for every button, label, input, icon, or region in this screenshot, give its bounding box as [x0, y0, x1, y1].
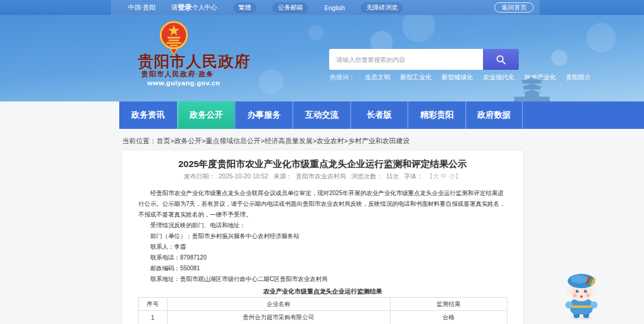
breadcrumb: 当前位置：首页>政务公开>重点领域信息公开>经济高质量发展>农业农村>乡村产业和… [122, 137, 410, 146]
topbar-link-login[interactable]: 请登录个人中心 [172, 2, 218, 13]
table-row: 1 贵州合力超市采购有限公司 合格 [138, 311, 507, 324]
paragraph-contact: 联系人：李霞 [138, 242, 507, 252]
site-subtitle: 贵阳市人民政府·政务 [141, 70, 214, 79]
font-size-switcher[interactable]: 【大 中 小】 [426, 172, 461, 180]
topbar-link-mail[interactable]: 公务邮箱 [273, 2, 308, 13]
nav-item-zhengwu-zixun[interactable]: 政务资讯 [119, 101, 177, 129]
hot-word[interactable]: 新型工业化 [400, 73, 432, 82]
magnifier-icon [496, 54, 506, 65]
nav-item-hudong-jiaoliu[interactable]: 互动交流 [292, 101, 350, 129]
paragraph-postcode: 邮政编码：550081 [138, 263, 507, 274]
mascot-assistant[interactable] [561, 273, 602, 320]
paragraph: 受理情况反映的部门、电话和地址： [138, 220, 507, 231]
site-title: 贵阳市人民政府 [138, 51, 257, 72]
nav-item-banshi-fuwu[interactable]: 办事服务 [234, 101, 292, 129]
meta-font-label: 字体： [404, 172, 423, 180]
hot-search-label: 热搜词： [330, 73, 355, 82]
login-post: 个人中心 [192, 4, 217, 11]
hot-word[interactable]: 生态文明 [365, 73, 390, 82]
page: 中国·贵阳 请登录个人中心 繁體 公务邮箱 English 无障碍浏览 返回首页… [0, 0, 644, 324]
topbar-menu: 中国·贵阳 请登录个人中心 繁體 公务邮箱 English 无障碍浏览 [128, 0, 403, 15]
article-card: 2025年度贵阳市农业产业化市级重点龙头企业运行监测和评定结果公示 发布日期：2… [122, 150, 523, 324]
table-header-row: 序号 企业名称 监测结果 [138, 298, 507, 311]
topbar-link-region[interactable]: 中国·贵阳 [128, 4, 156, 12]
header-cell-result: 监测结果 [390, 298, 507, 311]
search-button[interactable] [483, 49, 519, 70]
nav-item-zhengwu-gongkai[interactable]: 政务公开 [177, 101, 235, 129]
nav-item-zhangzheban[interactable]: 长者版 [350, 101, 408, 129]
main-nav: 政务资讯 政务公开 办事服务 互动交流 长者版 精彩贵阳 政府数据 [119, 101, 644, 129]
article-meta: 发布日期：2025-10-20 10:52 来源：贵阳市农业农村局 浏览次数：1… [122, 172, 523, 180]
city-silhouette [514, 72, 550, 101]
cell-name: 贵州合力超市采购有限公司 [167, 311, 390, 324]
table-caption: 农业产业化市级重点龙头企业运行监测结果 [122, 287, 523, 295]
hot-search-row: 热搜词： 生态文明 新型工业化 新型城镇化 农业现代化 旅游产业化 贵阳简介 [330, 73, 591, 82]
breadcrumb-label: 当前位置： [122, 137, 157, 144]
hot-word[interactable]: 新型城镇化 [442, 73, 473, 82]
nav-item-zhengfu-shuju[interactable]: 政府数据 [465, 101, 523, 129]
cell-no: 1 [138, 311, 167, 324]
nav-item-jingcai-guiyang[interactable]: 精彩贵阳 [407, 101, 465, 129]
article-body: 经贵阳市农业产业化市级重点龙头企业联席会议成员单位审定，现对2025年开展的农业… [122, 188, 523, 285]
site-url: www.guiyang.gov.cn [147, 79, 220, 87]
hot-word[interactable]: 贵阳简介 [566, 73, 591, 82]
header-banner: 贵阳市人民政府 贵阳市人民政府·政务 www.guiyang.gov.cn 热搜… [0, 15, 644, 101]
content-area: 当前位置：首页>政务公开>重点领域信息公开>经济高质量发展>农业农村>乡村产业和… [0, 129, 644, 324]
login-bold: 登录 [178, 3, 192, 11]
search-input[interactable] [329, 49, 483, 70]
topbar-link-traditional[interactable]: 繁體 [233, 2, 256, 13]
login-pre: 请 [172, 4, 178, 11]
paragraph-phone: 联系电话：87987120 [138, 252, 507, 263]
header-cell-name: 企业名称 [167, 298, 390, 311]
paragraph-dept: 部门（单位）：贵阳市乡村振兴服务中心农村经济服务站 [138, 231, 507, 242]
monitor-result-table: 序号 企业名称 监测结果 1 贵州合力超市采购有限公司 合格 2 贵州友禾种业有… [138, 297, 507, 324]
hot-word[interactable]: 农业现代化 [483, 73, 515, 82]
meta-source: 贵阳市农业农村局 [296, 172, 346, 180]
meta-source-label: 来源： [274, 172, 293, 180]
meta-date: 2025-10-20 10:52 [219, 172, 268, 180]
meta-date-label: 发布日期： [184, 172, 215, 180]
meta-views: 11次 [386, 172, 399, 180]
cell-result: 合格 [390, 311, 507, 324]
topbar-link-english[interactable]: English [324, 4, 345, 11]
article-title: 2025年度贵阳市农业产业化市级重点龙头企业运行监测和评定结果公示 [122, 158, 523, 169]
paragraph: 经贵阳市农业产业化市级重点龙头企业联席会议成员单位审定，现对2025年开展的农业… [138, 188, 507, 220]
topbar-link-accessibility[interactable]: 无障碍浏览 [361, 2, 403, 13]
breadcrumb-path[interactable]: 首页>政务公开>重点领域信息公开>经济高质量发展>农业农村>乡村产业和农田建设 [157, 137, 410, 144]
topbar: 中国·贵阳 请登录个人中心 繁體 公务邮箱 English 无障碍浏览 返回首页 [0, 0, 644, 15]
header-cell-no: 序号 [138, 298, 167, 311]
paragraph-address: 联系地址：贵阳市观山湖区市级行政中心二期C区贵阳市农业农村局 [138, 274, 507, 285]
back-home-button[interactable]: 返回首页 [494, 2, 534, 13]
meta-views-label: 浏览次数： [351, 172, 383, 180]
